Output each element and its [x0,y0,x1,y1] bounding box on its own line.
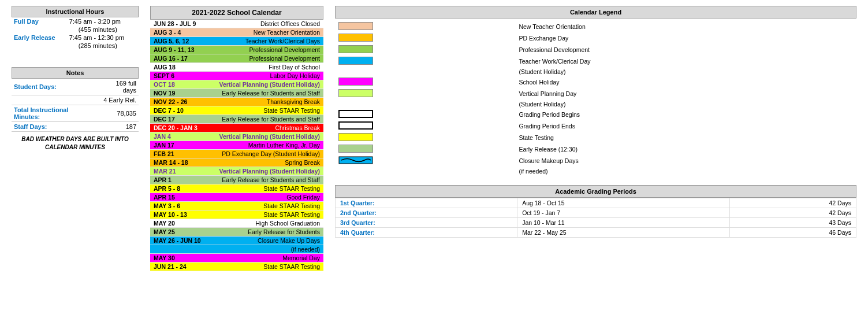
color-box-peach [338,34,373,42]
legend-item: Early Release (12:30) [335,143,856,155]
event-date: APR 15 [150,193,204,202]
event-date: MAY 25 [150,228,204,237]
table-row: MAY 20 High School Graduation [150,219,323,228]
table-row: (285 minutes) [12,42,139,50]
event-date: MAY 10 - 13 [150,210,204,219]
event-date: SEPT 6 [150,72,204,80]
legend-color-cell [335,44,515,56]
legend-color-cell [335,67,515,76]
legend-label: State Testing [515,132,856,143]
event-date: JAN 17 [150,141,204,150]
legend-item: (Student Holiday) [335,99,856,109]
table-row: 4 Early Rel. [12,95,139,105]
table-row: Early Release 7:45 am - 12:30 pm [12,34,139,42]
quarter-days: 42 Days [730,198,856,208]
table-row: Total Instructional Minutes: 78,035 [12,105,139,122]
table-row: AUG 9 - 11, 13 Professional Development [150,46,323,54]
right-column: Calendar Legend New Teacher Orientation … [335,6,856,238]
legend-item: PD Exchange Day [335,32,856,44]
event-date: MAR 21 [150,167,204,176]
full-day-minutes: (455 minutes) [67,25,139,34]
event-name: New Teacher Orientation [204,28,323,37]
quarter-days: 42 Days [730,208,856,218]
event-name: State STAAR Testing [204,210,323,219]
table-row: MAY 25 Early Release for Students [150,228,323,237]
color-box-yellow [338,133,373,141]
closure-days-icon [338,156,373,164]
event-name: Labor Day Holiday [204,72,323,80]
staff-days-value: 187 [98,122,139,132]
color-box-grading-begin [338,110,373,118]
grading-row: 4th Quarter: Mar 22 - May 25 46 Days [336,228,856,238]
event-name: State STAAR Testing [204,202,323,210]
legend-item: (if needed) [335,167,856,176]
table-row: (if needed) [150,245,323,254]
table-row: OCT 18 Vertical Planning (Student Holida… [150,80,323,89]
calendar-title: 2021-2022 School Calendar [150,6,323,20]
event-date: NOV 22 - 26 [150,98,204,106]
legend-label: New Teacher Orientation [515,21,856,32]
early-release-label: Early Release [12,34,67,42]
legend-label: PD Exchange Day [515,32,856,44]
table-row: DEC 17 Early Release for Students and St… [150,115,323,124]
legend-label: (Student Holiday) [515,67,856,76]
table-row: AUG 3 - 4 New Teacher Orientation [150,28,323,37]
legend-label: (Student Holiday) [515,99,856,109]
event-date: APR 5 - 8 [150,184,204,193]
early-release-minutes: (285 minutes) [67,42,139,50]
quarter-label: 4th Quarter: [336,228,517,238]
quarter-dates: Oct 19 - Jan 7 [517,208,730,218]
legend-item: Teacher Work/Clerical Day [335,56,856,67]
staff-days-label: Staff Days: [12,122,98,132]
notes-section: Notes Student Days: 169 full days 4 Earl… [12,67,139,152]
legend-color-cell [335,143,515,155]
event-name: Martin Luther King, Jr. Day [204,141,323,150]
table-row: MAY 30 Memorial Day [150,254,323,263]
legend-color-cell [335,76,515,88]
legend-item: State Testing [335,132,856,143]
legend-color-cell [335,155,515,167]
event-name: (if needed) [204,245,323,254]
event-date: AUG 16 - 17 [150,54,204,63]
event-name: Vertical Planning (Student Holiday) [204,167,323,176]
event-name: Early Release for Students [204,228,323,237]
table-row: APR 5 - 8 State STAAR Testing [150,184,323,193]
legend-item: New Teacher Orientation [335,21,856,32]
event-name: District Offices Closed [204,20,323,28]
quarter-dates: Mar 22 - May 25 [517,228,730,238]
legend-color-cell [335,99,515,109]
legend-color-cell [335,120,515,132]
event-name: First Day of School [204,63,323,72]
table-row: JUN 28 - JUL 9 District Offices Closed [150,20,323,28]
event-date [150,245,204,254]
table-row: MAY 3 - 6 State STAAR Testing [150,202,323,210]
student-days-label: Student Days: [12,79,98,95]
legend-label: Professional Development [515,44,856,56]
instructional-hours-title: Instructional Hours [12,6,139,17]
legend-color-cell [335,32,515,44]
table-row: NOV 22 - 26 Thanksgiving Break [150,98,323,106]
legend-label: Vertical Planning Day [515,88,856,99]
color-box-cyan [338,57,373,65]
legend-item: Vertical Planning Day [335,88,856,99]
table-row: Student Days: 169 full days [12,79,139,95]
table-row: MAY 10 - 13 State STAAR Testing [150,210,323,219]
table-row: JUN 21 - 24 State STAAR Testing [150,263,323,271]
event-name: Early Release for Students and Staff [204,89,323,98]
event-date: MAY 30 [150,254,204,263]
student-days-value: 169 full days [98,79,139,95]
legend-title: Calendar Legend [335,6,856,19]
event-name: Memorial Day [204,254,323,263]
event-name: Early Release for Students and Staff [204,176,323,184]
notes-title: Notes [12,67,139,79]
event-date: DEC 7 - 10 [150,106,204,115]
event-date: APR 1 [150,176,204,184]
event-name: Vertical Planning (Student Holiday) [204,132,323,141]
event-date: DEC 17 [150,115,204,124]
color-box-magenta [338,77,373,86]
event-name: Professional Development [204,46,323,54]
table-row: APR 15 Good Friday [150,193,323,202]
table-row: NOV 19 Early Release for Students and St… [150,89,323,98]
bad-weather-note: BAD WEATHER DAYS ARE BUILT INTO CALENDAR… [12,135,139,152]
legend-color-cell [335,88,515,99]
